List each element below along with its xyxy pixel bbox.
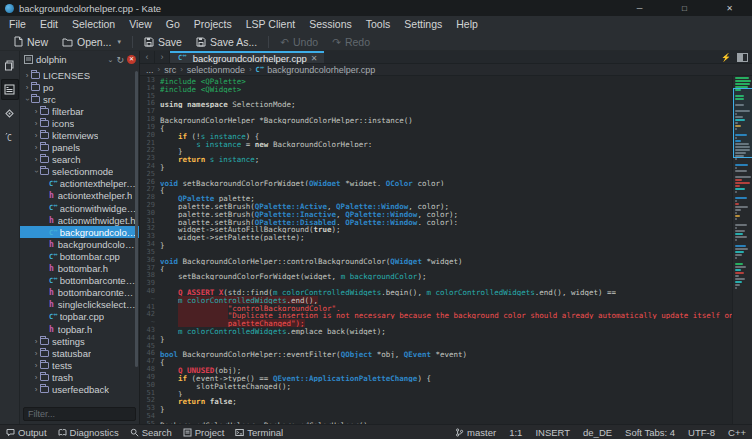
expand-icon[interactable]: › [32,361,40,370]
expand-icon[interactable]: › [32,131,40,140]
tree-item-icons[interactable]: ›icons [20,117,139,129]
tree-item-statusbar[interactable]: ›statusbar [20,347,139,359]
breadcrumb-item-selectionmode[interactable]: selectionmode [187,65,245,75]
git-icon[interactable] [1,103,19,124]
tab-backgroundcolorhelper[interactable]: C backgroundcolorhelper.cpp ✕ [170,51,324,63]
expand-icon[interactable]: › [32,373,40,382]
tree-item-userfeedback[interactable]: ›userfeedback [20,383,139,395]
tree-item-panels[interactable]: ›panels [20,142,139,154]
minimize-icon[interactable]: ─ [617,0,662,16]
tree-item-po[interactable]: ›po [20,81,139,93]
documents-icon[interactable] [1,55,19,76]
refresh-icon[interactable]: ↻ [116,55,124,65]
tree-item-bottombarcontentscontainer-h[interactable]: hbottombarcontentscontainer.h [20,287,139,299]
status-project[interactable]: Project [183,427,225,438]
breadcrumb-item-backgroundcolorhelper-cpp[interactable]: backgroundcolorhelper.cpp [267,65,375,75]
split-view-icon[interactable] [737,53,748,62]
h-file-icon: h [49,264,54,273]
expand-icon[interactable]: › [32,349,40,358]
project-tree-icon[interactable] [1,79,19,100]
save-button[interactable]: Save [137,33,189,51]
tree-item-actionwithwidget-h[interactable]: hactionwithwidget.h [20,214,139,226]
expand-icon[interactable]: › [32,155,40,164]
code-area[interactable]: 13#include <QPalette>14#include <QWidget… [140,76,752,424]
menu-lsp-client[interactable]: LSP Client [239,16,302,33]
tree-item-actionwithwidget-cpp[interactable]: Cactionwithwidget.cpp [20,202,139,214]
status-terminal[interactable]: Terminal [235,427,283,438]
tree-item-src[interactable]: ›src [20,93,139,105]
menu-tools[interactable]: Tools [359,16,398,33]
code-line: 52 return false; [140,397,732,405]
expand-icon[interactable]: › [23,71,31,80]
expand-icon[interactable]: › [23,83,31,92]
filter-input[interactable]: Filter... [23,407,136,421]
code-lines[interactable]: 13#include <QPalette>14#include <QWidget… [140,77,732,424]
status-master[interactable]: master [455,427,496,438]
tree-item-licenses[interactable]: ›LICENSES [20,69,139,81]
tree-item-tests[interactable]: ›tests [20,359,139,371]
close-icon[interactable]: ✕ [707,0,752,16]
undo-button[interactable]: ↶Undo [273,33,325,51]
menu-selection[interactable]: Selection [65,16,122,33]
tab-back-icon[interactable]: ‹ [140,51,155,63]
tree-item-backgroundcolorhelper-h[interactable]: hbackgroundcolorhelper.h [20,238,139,250]
tree-item-trash[interactable]: ›trash [20,371,139,383]
tree-item-singleclickselectionproxystyle-h[interactable]: hsingleclickselectionproxystyle.h [20,299,139,311]
expand-icon[interactable]: › [32,119,40,128]
status-de-de[interactable]: de_DE [583,427,612,438]
tree-item-topbar-cpp[interactable]: Ctopbar.cpp [20,311,139,323]
status-label: master [467,427,496,438]
minimap-line [735,263,743,265]
tree-item-actiontexthelper-cpp[interactable]: Cactiontexthelper.cpp [20,178,139,190]
menu-sessions[interactable]: Sessions [302,16,359,33]
redo-button[interactable]: ↷Redo [325,33,377,51]
menu-edit[interactable]: Edit [33,16,65,33]
tree-item-bottombarcontentscontainer-cpp[interactable]: Cbottombarcontentscontainer.cpp [20,275,139,287]
menu-go[interactable]: Go [159,16,187,33]
tree-item-topbar-h[interactable]: htopbar.h [20,323,139,335]
status-search[interactable]: Search [130,427,172,438]
menu-settings[interactable]: Settings [397,16,449,33]
tree-item-actiontexthelper-h[interactable]: hactiontexthelper.h [20,190,139,202]
status-insert[interactable]: INSERT [535,427,570,438]
menu-view[interactable]: View [122,16,159,33]
tree-item-bottombar-h[interactable]: hbottombar.h [20,263,139,275]
status-c[interactable]: C++ [728,427,746,438]
tree-item-kitemviews[interactable]: ›kitemviews [20,129,139,141]
lsp-symbols-icon[interactable]: C [1,127,19,148]
tab-forward-icon[interactable]: › [155,51,170,63]
quick-open-icon[interactable]: ⚡ [721,53,731,62]
minimap-viewport[interactable] [733,88,752,158]
menu-help[interactable]: Help [449,16,485,33]
status-soft-tabs-4[interactable]: Soft Tabs: 4 [625,427,675,438]
menu-file[interactable]: File [2,16,33,33]
close-project-icon[interactable]: ✕ [127,55,136,64]
tree-item-backgroundcolorhelper-cpp[interactable]: Cbackgroundcolorhelper.cpp [20,226,139,238]
status-output[interactable]: Output [6,427,47,438]
tab-close-icon[interactable]: ✕ [311,54,318,63]
tree-item-bottombar-cpp[interactable]: Cbottombar.cpp [20,250,139,262]
code-text: void BackgroundColorHelper::controlBackg… [160,257,463,265]
status-1-1[interactable]: 1:1 [509,427,522,438]
minimap-line [735,248,748,250]
tree-item-selectionmode[interactable]: ›selectionmode [20,166,139,178]
expand-icon[interactable]: › [32,385,40,394]
tree-item-filterbar[interactable]: ›filterbar [20,105,139,117]
status-diagnostics[interactable]: Diagnostics [58,427,119,438]
save-as-button[interactable]: Save As... [189,33,264,51]
menu-projects[interactable]: Projects [187,16,239,33]
new-button[interactable]: New [6,33,55,51]
breadcrumb-item-src[interactable]: src [164,65,176,75]
breadcrumb-overflow-icon[interactable]: ... [146,65,154,75]
minimap-scrollbar[interactable] [732,76,752,424]
tree-item-settings[interactable]: ›settings [20,335,139,347]
open-button[interactable]: Open...▾ [55,33,128,51]
project-selector[interactable]: dolphin ⌄ [24,53,113,66]
tree-item-search[interactable]: ›search [20,154,139,166]
maximize-icon[interactable]: □ [662,0,707,16]
expand-icon[interactable]: › [32,337,40,346]
expand-icon[interactable]: › [32,107,40,116]
status-utf-8[interactable]: UTF-8 [688,427,715,438]
expand-icon[interactable]: › [32,143,40,152]
tree-scrollbar[interactable] [135,71,138,367]
